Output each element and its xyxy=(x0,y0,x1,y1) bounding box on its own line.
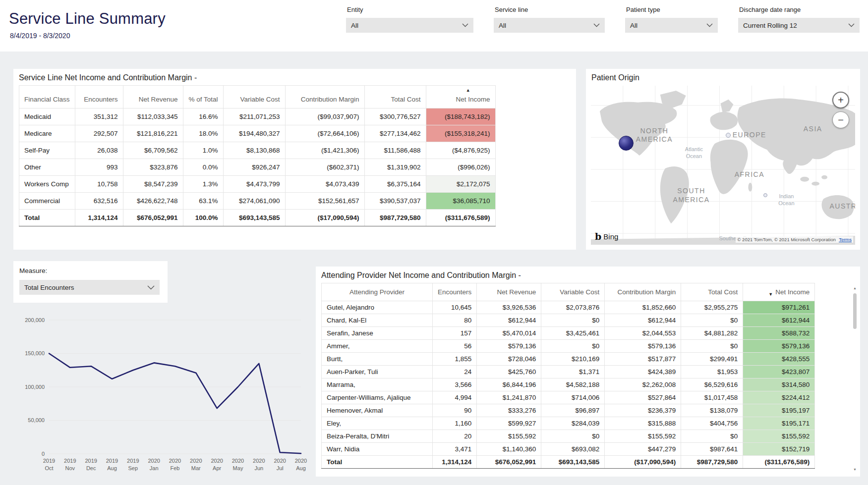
table-cell[interactable]: Self-Pay xyxy=(19,142,75,159)
table-cell[interactable]: $579,136 xyxy=(743,340,815,353)
table-cell[interactable]: $277,134,462 xyxy=(364,125,426,142)
table-row[interactable]: Serafin, Janese157$5,470,014$3,425,461$2… xyxy=(322,327,815,340)
table-cell[interactable]: $424,389 xyxy=(605,366,681,378)
table-cell[interactable]: Serafin, Janese xyxy=(322,327,433,340)
table-cell[interactable]: $8,547,239 xyxy=(123,176,183,193)
table-cell[interactable]: $987,641 xyxy=(681,443,743,456)
table-cell[interactable]: $36,085,710 xyxy=(426,193,495,210)
table-cell[interactable]: $2,044,553 xyxy=(605,327,681,340)
table-cell[interactable]: Auen-Parker, Tuli xyxy=(322,366,433,378)
table-cell[interactable]: $0 xyxy=(681,340,743,353)
table-cell[interactable]: $4,881,282 xyxy=(681,327,743,340)
scroll-thumb[interactable] xyxy=(853,293,857,329)
table-cell[interactable]: $1,241,870 xyxy=(477,391,541,404)
table-cell[interactable]: $425,760 xyxy=(477,366,541,378)
table-cell[interactable]: $6,529,616 xyxy=(681,378,743,391)
table-cell[interactable]: 351,312 xyxy=(75,108,123,125)
table-cell[interactable]: $2,073,876 xyxy=(541,301,605,314)
table-cell[interactable]: $300,776,527 xyxy=(364,108,426,125)
table-cell[interactable]: ($602,371) xyxy=(285,159,364,176)
table-cell[interactable]: $390,537,037 xyxy=(364,193,426,210)
table-cell[interactable]: $426,622,748 xyxy=(123,193,183,210)
bing-logo[interactable]: b Bing xyxy=(595,231,618,242)
table-cell[interactable]: $3,425,461 xyxy=(541,327,605,340)
table-cell[interactable]: $0 xyxy=(541,340,605,353)
entity-dropdown[interactable]: All xyxy=(346,18,473,33)
table-cell[interactable]: $4,073,439 xyxy=(285,176,364,193)
table-row[interactable]: Gutel, Alejandro10,645$3,926,536$2,073,8… xyxy=(322,301,815,314)
table-cell[interactable]: ($188,743,182) xyxy=(426,108,495,125)
table-cell[interactable]: $6,844,196 xyxy=(477,378,541,391)
table-cell[interactable]: $447,279 xyxy=(605,443,681,456)
table-row[interactable]: Medicaid351,312$112,033,34516.6%$211,071… xyxy=(19,108,496,125)
column-header[interactable]: % of Total xyxy=(183,86,223,108)
table-cell[interactable]: ($4,876,925) xyxy=(426,142,495,159)
table-cell[interactable]: $612,944 xyxy=(743,314,815,327)
table-cell[interactable]: $284,039 xyxy=(541,417,605,430)
table-cell[interactable]: $0 xyxy=(681,314,743,327)
table-cell[interactable]: 1,855 xyxy=(433,353,477,366)
table-cell[interactable]: Commercial xyxy=(19,193,75,210)
table-cell[interactable]: $6,709,562 xyxy=(123,142,183,159)
table-cell[interactable]: $299,491 xyxy=(681,353,743,366)
table-cell[interactable]: 157 xyxy=(433,327,477,340)
table-cell[interactable]: $693,082 xyxy=(541,443,605,456)
column-header[interactable]: Total Cost xyxy=(681,283,743,301)
table-cell[interactable]: Hemenover, Akmal xyxy=(322,404,433,417)
table-cell[interactable]: Chard, Kal-El xyxy=(322,314,433,327)
table-cell[interactable]: ($99,037,907) xyxy=(285,108,364,125)
table-cell[interactable]: 20 xyxy=(433,430,477,443)
table-cell[interactable]: $1,319,902 xyxy=(364,159,426,176)
table-cell[interactable]: 26,038 xyxy=(75,142,123,159)
table-cell[interactable]: $2,172,075 xyxy=(426,176,495,193)
table-cell[interactable]: $195,197 xyxy=(743,404,815,417)
scroll-down-button[interactable]: ▼ xyxy=(851,466,859,473)
table-cell[interactable]: $517,877 xyxy=(605,353,681,366)
table-cell[interactable]: $971,261 xyxy=(743,301,815,314)
table-cell[interactable]: 24 xyxy=(433,366,477,378)
table-cell[interactable]: ($1,421,306) xyxy=(285,142,364,159)
column-header[interactable]: Variable Cost xyxy=(541,283,605,301)
table-cell[interactable]: $3,926,536 xyxy=(477,301,541,314)
table-cell[interactable]: 18.0% xyxy=(183,125,223,142)
table-cell[interactable]: 632,516 xyxy=(75,193,123,210)
table-cell[interactable]: 1.3% xyxy=(183,176,223,193)
table-cell[interactable]: 10,758 xyxy=(75,176,123,193)
table-cell[interactable]: $579,136 xyxy=(477,340,541,353)
table-row[interactable]: Carpenter-Williams, Ajalique4,994$1,241,… xyxy=(322,391,815,404)
table-cell[interactable]: $315,888 xyxy=(605,417,681,430)
table-cell[interactable]: $423,807 xyxy=(743,366,815,378)
table-cell[interactable]: Warr, Nidia xyxy=(322,443,433,456)
measure-dropdown[interactable]: Total Encounters xyxy=(19,280,160,295)
table-cell[interactable]: 3,471 xyxy=(433,443,477,456)
table-row[interactable]: Commercial632,516$426,622,74863.1%$274,0… xyxy=(19,193,496,210)
table-cell[interactable]: $404,756 xyxy=(681,417,743,430)
patient-origin-bubble[interactable] xyxy=(619,136,634,151)
table-cell[interactable]: $8,130,868 xyxy=(223,142,285,159)
table-cell[interactable]: 63.1% xyxy=(183,193,223,210)
table-cell[interactable]: ($996,026) xyxy=(426,159,495,176)
column-header[interactable]: Contribution Margin xyxy=(605,283,681,301)
table-row[interactable]: Ammer,56$579,136$0$579,136$0$579,136 xyxy=(322,340,815,353)
table-cell[interactable]: $527,864 xyxy=(605,391,681,404)
table-cell[interactable]: $155,592 xyxy=(743,430,815,443)
map-terms-link[interactable]: Terms xyxy=(839,237,852,242)
table-cell[interactable]: $211,071,253 xyxy=(223,108,285,125)
table-cell[interactable]: $612,944 xyxy=(605,314,681,327)
table-cell[interactable]: $2,955,275 xyxy=(681,301,743,314)
table-cell[interactable]: $194,480,327 xyxy=(223,125,285,142)
table-cell[interactable]: $4,582,188 xyxy=(541,378,605,391)
column-header[interactable]: Net Revenue xyxy=(123,86,183,108)
table-cell[interactable]: $236,379 xyxy=(605,404,681,417)
table-cell[interactable]: 993 xyxy=(75,159,123,176)
table-cell[interactable]: 16.6% xyxy=(183,108,223,125)
table-cell[interactable]: Other xyxy=(19,159,75,176)
table-cell[interactable]: Gutel, Alejandro xyxy=(322,301,433,314)
table-cell[interactable]: $6,375,164 xyxy=(364,176,426,193)
table-cell[interactable]: Medicare xyxy=(19,125,75,142)
table-cell[interactable]: Burtt, xyxy=(322,353,433,366)
patient-type-dropdown[interactable]: All xyxy=(625,18,718,33)
patient-origin-map[interactable]: NORTH AMERICAEUROPEASIAAFRICASOUTH AMERI… xyxy=(591,86,855,245)
table-cell[interactable]: Medicaid xyxy=(19,108,75,125)
table-cell[interactable]: $155,592 xyxy=(477,430,541,443)
